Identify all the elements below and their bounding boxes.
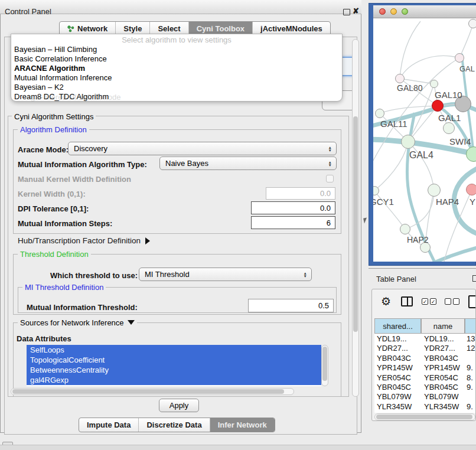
algorithm-option[interactable]: Bayesian – K2 — [11, 83, 342, 92]
table-row[interactable]: YBR043CYBR043C — [374, 354, 476, 363]
node-label-hap2: HAP2 — [407, 235, 429, 244]
network-node-node-top-partial[interactable] — [468, 19, 476, 28]
table-cell: 12 — [467, 344, 475, 353]
table-cell: YBR043C — [377, 354, 411, 363]
close-icon[interactable]: ✘ — [353, 6, 359, 15]
network-window-titlebar[interactable] — [373, 5, 476, 18]
network-edge — [408, 142, 434, 190]
table-row[interactable]: YDR27...YDR27...12 — [374, 344, 476, 353]
network-node-node-salmon[interactable] — [466, 184, 476, 195]
network-node-hap4[interactable] — [428, 184, 441, 197]
algorithm-option[interactable]: Bayesian – Hill Climbing — [11, 45, 342, 54]
tab-infer-network[interactable]: Infer Network — [210, 418, 275, 432]
table-cell: YBR045C — [424, 383, 458, 392]
network-edge — [432, 246, 476, 262]
network-node-gal4[interactable] — [401, 135, 415, 149]
attributes-list-scrollbar[interactable] — [321, 345, 328, 386]
tab-impute-data[interactable]: Impute Data — [79, 418, 138, 432]
network-node-gal1[interactable] — [432, 100, 444, 112]
manual-kernel-checkbox[interactable] — [326, 175, 334, 182]
node-label-gal11: GAL11 — [380, 119, 407, 129]
mi-steps-input[interactable]: 6 — [251, 216, 335, 229]
column-header-shared[interactable]: shared... — [374, 318, 421, 334]
table-settings-gear-icon[interactable]: ⚙ — [381, 295, 391, 308]
algorithm-option[interactable]: Mutual Information Inference — [11, 73, 342, 83]
table-body[interactable]: YDL19...YDL19...13YDR27...YDR27...12YBR0… — [374, 334, 476, 413]
float-window-icon[interactable] — [343, 9, 350, 15]
settings-horizontal-scrollbar[interactable] — [11, 388, 294, 395]
table-row[interactable]: YLR345WYLR345W9. — [374, 402, 476, 412]
mi-threshold-input[interactable]: 0.5 — [248, 299, 334, 312]
algorithm-dropdown-placeholder: Select algorithm to view settings — [11, 35, 342, 45]
column-header-partial[interactable] — [465, 318, 476, 334]
tab-label: Infer Network — [218, 420, 267, 429]
node-label-hap4: HAP4 — [436, 197, 459, 207]
network-node-swi4[interactable] — [443, 122, 455, 134]
network-node-node-green-small[interactable] — [430, 80, 438, 88]
network-node-gal80[interactable] — [395, 74, 405, 83]
checked-checkbox-icon[interactable]: ✓ — [422, 298, 428, 305]
attribute-item[interactable]: gal4RGexp — [27, 375, 321, 385]
table-cell: YIL052C — [424, 412, 454, 413]
mi-type-label: Mutual Information Algorithm Type: — [18, 160, 147, 169]
table-horizontal-scrollbar-thumb[interactable] — [376, 415, 472, 419]
status-strip — [0, 445, 476, 450]
zoom-traffic-light-icon[interactable] — [402, 8, 408, 15]
combo-arrows-icon: ▲▼ — [304, 272, 307, 278]
settings-vertical-scrollbar[interactable] — [352, 39, 359, 397]
checked-checkbox-icon[interactable]: ✓ — [430, 298, 436, 305]
hub-factor-label: Hub/Transcription Factor Definition — [18, 236, 141, 245]
network-edge — [400, 56, 459, 79]
unchecked-checkbox-icon[interactable] — [453, 298, 459, 305]
attribute-item[interactable]: SelfLoops — [27, 345, 321, 355]
attribute-item[interactable]: BetweennessCentrality — [27, 365, 321, 375]
node-label-gal4: GAL4 — [409, 150, 433, 161]
table-cell: YBR045C — [377, 383, 411, 392]
sources-legend[interactable]: Sources for Network Inference — [18, 318, 137, 327]
cyni-settings-group-title: Cyni Algorithm Settings — [12, 112, 96, 121]
split-columns-icon[interactable] — [401, 296, 413, 306]
hub-factor-expander[interactable]: Hub/Transcription Factor Definition — [18, 236, 150, 245]
table-cell: YIL052C — [377, 412, 407, 413]
mi-type-combo[interactable]: Naive Bayes ▲▼ — [159, 156, 337, 170]
table-row[interactable]: YPR145WYPR145W9. — [374, 363, 476, 373]
algorithm-option[interactable]: Basic Correlation Inference — [11, 54, 342, 64]
table-row[interactable]: YER054CYER054C8. — [374, 373, 476, 383]
minimize-traffic-light-icon[interactable] — [390, 8, 397, 15]
network-icon — [67, 25, 74, 32]
algorithm-option[interactable]: ARACNE Algorithm — [11, 64, 342, 73]
table-row[interactable]: YBR045CYBR045C9. — [374, 383, 476, 392]
table-row[interactable]: YBL079WYBL079W — [374, 392, 476, 402]
table-cell: 9. — [467, 383, 473, 392]
close-traffic-light-icon[interactable] — [379, 8, 386, 15]
table-cell: YPR145W — [424, 363, 460, 372]
table-row[interactable]: YDL19...YDL19...13 — [374, 334, 476, 344]
document-icon[interactable] — [468, 295, 476, 308]
attribute-item[interactable]: TopologicalCoefficient — [27, 355, 321, 365]
network-node-gal11[interactable] — [375, 109, 384, 118]
mi-threshold-label: Mutual Information Threshold: — [27, 303, 138, 312]
column-header-name[interactable]: name — [421, 318, 465, 334]
data-attributes-list[interactable]: SelfLoopsTopologicalCoefficientBetweenne… — [27, 345, 321, 386]
apply-button[interactable]: Apply — [159, 399, 199, 412]
table-panel-float-icon[interactable] — [472, 275, 476, 282]
which-threshold-combo[interactable]: MI Threshold ▲▼ — [139, 268, 312, 281]
dpi-tolerance-input[interactable]: 0.0 — [251, 201, 335, 214]
table-cell: YPR145W — [377, 363, 413, 372]
network-node-node-pink-upper[interactable] — [455, 53, 464, 63]
tab-discretize-data[interactable]: Discretize Data — [138, 418, 209, 432]
table-row[interactable]: YIL052CYIL052C9 — [374, 412, 476, 413]
network-node-hap2[interactable] — [400, 224, 410, 234]
control-panel-titlebar[interactable] — [0, 0, 361, 14]
table-panel-title: Table Panel — [376, 275, 416, 283]
settings-horizontal-scrollbar-thumb[interactable] — [12, 389, 284, 394]
settings-vertical-scrollbar-thumb[interactable] — [353, 116, 358, 332]
kernel-width-input[interactable]: 0.0 — [266, 187, 335, 200]
network-canvas[interactable]: GALGAL80GAL10GAL1GAL11SWI4GAL4GCY1HAP4YH… — [373, 18, 476, 262]
attributes-list-scrollbar-thumb[interactable] — [322, 347, 327, 381]
aracne-mode-combo[interactable]: Discovery ▲▼ — [68, 142, 337, 155]
collapse-down-icon — [128, 320, 135, 325]
table-cell: YBL079W — [377, 392, 412, 401]
unchecked-checkbox-icon[interactable] — [445, 298, 451, 305]
table-horizontal-scrollbar[interactable] — [374, 413, 475, 420]
